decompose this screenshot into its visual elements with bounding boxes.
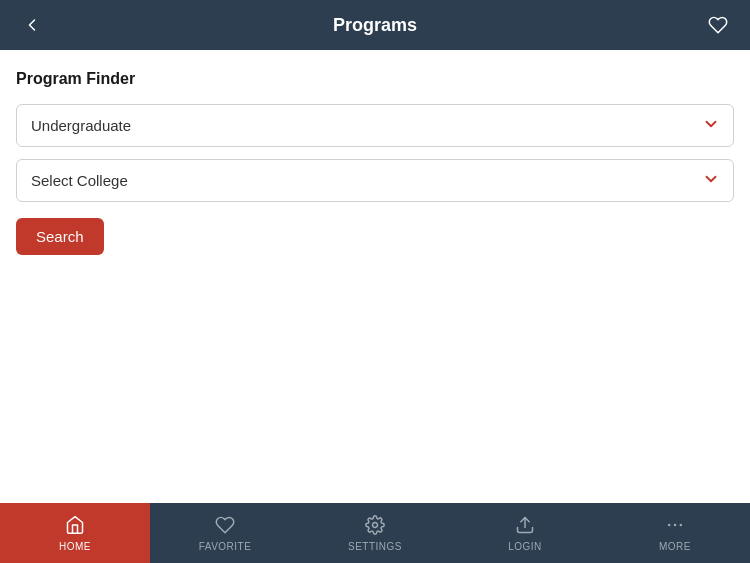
svg-point-0 [373,522,378,527]
nav-label-favorite: FAVORITE [199,541,252,552]
app-header: Programs [0,0,750,50]
nav-item-favorite[interactable]: FAVORITE [150,503,300,563]
search-button[interactable]: Search [16,218,104,255]
section-title: Program Finder [16,70,734,88]
more-icon [665,515,685,538]
home-icon [65,515,85,538]
main-content: Program Finder Undergraduate Graduate Ce… [0,50,750,503]
favorite-button[interactable] [702,9,734,41]
back-icon [22,15,42,35]
svg-point-4 [680,523,683,526]
college-dropdown-wrapper: Select College College of Arts & Science… [16,159,734,202]
svg-point-2 [668,523,671,526]
level-dropdown[interactable]: Undergraduate Graduate Certificate [16,104,734,147]
svg-point-3 [674,523,677,526]
favorite-nav-icon [215,515,235,538]
nav-item-more[interactable]: MORE [600,503,750,563]
nav-label-settings: SETTINGS [348,541,402,552]
nav-label-home: HOME [59,541,91,552]
nav-item-home[interactable]: HOME [0,503,150,563]
nav-item-login[interactable]: LOGIN [450,503,600,563]
login-icon [515,515,535,538]
nav-label-login: LOGIN [508,541,542,552]
heart-icon [708,15,728,35]
college-dropdown[interactable]: Select College College of Arts & Science… [16,159,734,202]
settings-icon [365,515,385,538]
nav-item-settings[interactable]: SETTINGS [300,503,450,563]
nav-label-more: MORE [659,541,691,552]
back-button[interactable] [16,9,48,41]
bottom-navigation: HOME FAVORITE SETTINGS LOGIN [0,503,750,563]
page-title: Programs [333,15,417,36]
level-dropdown-wrapper: Undergraduate Graduate Certificate [16,104,734,147]
